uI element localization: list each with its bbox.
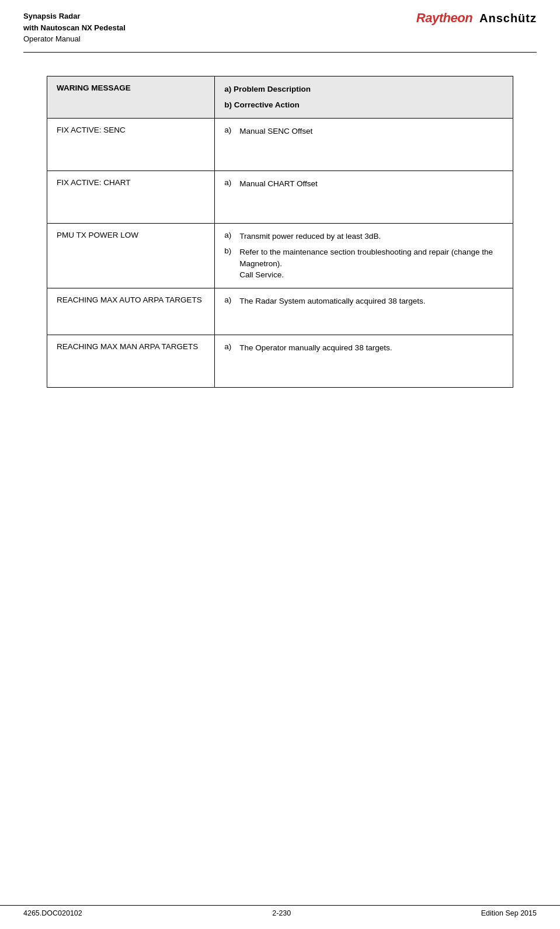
header-title-line1: Synapsis Radar xyxy=(23,11,126,22)
table-header-col2: a) Problem Description b) Corrective Act… xyxy=(215,76,513,118)
header-logo-area: Raytheon Anschütz xyxy=(416,11,537,26)
row-3-col2: a) The Radar System automatically acquir… xyxy=(215,288,513,335)
table-header-row: WARING MESSAGE a) Problem Description b)… xyxy=(47,76,513,118)
row-1-col1: FIX ACTIVE: CHART xyxy=(47,171,215,223)
footer-inner: 4265.DOC020102 2-230 Edition Sep 2015 xyxy=(23,906,537,917)
row-4-col1: REACHING MAX MAN ARPA TARGETS xyxy=(47,335,215,387)
warning-table: WARING MESSAGE a) Problem Description b)… xyxy=(47,76,513,388)
footer-edition: Edition Sep 2015 xyxy=(481,909,537,917)
table-row: FIX ACTIVE: CHART a) Manual CHART Offset xyxy=(47,171,513,223)
table-row: REACHING MAX AUTO ARPA TARGETS a) The Ra… xyxy=(47,288,513,335)
row-2-item-1: b) Refer to the maintenance section trou… xyxy=(224,246,503,281)
page-header: Synapsis Radar with Nautoscan NX Pedesta… xyxy=(0,0,560,45)
header-item-b: b) Corrective Action xyxy=(224,99,503,111)
footer-page-number: 2-230 xyxy=(272,909,291,917)
footer-doc-number: 4265.DOC020102 xyxy=(23,909,82,917)
header-title-line3: Operator Manual xyxy=(23,33,126,45)
row-2-col1: PMU TX POWER LOW xyxy=(47,223,215,288)
row-2-col2: a) Transmit power reduced by at least 3d… xyxy=(215,223,513,288)
page-footer: 4265.DOC020102 2-230 Edition Sep 2015 xyxy=(0,905,560,917)
row-3-item-0: a) The Radar System automatically acquir… xyxy=(224,295,503,307)
row-1-item-0: a) Manual CHART Offset xyxy=(224,178,503,190)
row-4-item-0: a) The Operator manually acquired 38 tar… xyxy=(224,342,503,354)
table-row: REACHING MAX MAN ARPA TARGETS a) The Ope… xyxy=(47,335,513,387)
header-item-a: a) Problem Description xyxy=(224,83,503,95)
main-content: WARING MESSAGE a) Problem Description b)… xyxy=(0,53,560,411)
anschutz-logo-text: Anschütz xyxy=(479,12,537,25)
row-2-item-1-text: Refer to the maintenance section trouble… xyxy=(239,246,503,281)
table-header-col1: WARING MESSAGE xyxy=(47,76,215,118)
page-container: Synapsis Radar with Nautoscan NX Pedesta… xyxy=(0,0,560,929)
row-0-col2: a) Manual SENC Offset xyxy=(215,118,513,171)
row-3-col1: REACHING MAX AUTO ARPA TARGETS xyxy=(47,288,215,335)
raytheon-logo: Raytheon Anschütz xyxy=(416,11,537,26)
row-0-col1: FIX ACTIVE: SENC xyxy=(47,118,215,171)
table-row: PMU TX POWER LOW a) Transmit power reduc… xyxy=(47,223,513,288)
header-title-block: Synapsis Radar with Nautoscan NX Pedesta… xyxy=(23,11,126,45)
row-0-item-0: a) Manual SENC Offset xyxy=(224,126,503,137)
header-title-line2: with Nautoscan NX Pedestal xyxy=(23,22,126,34)
row-2-item-0: a) Transmit power reduced by at least 3d… xyxy=(224,231,503,242)
raytheon-logo-text: Raytheon xyxy=(416,11,472,26)
table-row: FIX ACTIVE: SENC a) Manual SENC Offset xyxy=(47,118,513,171)
row-4-col2: a) The Operator manually acquired 38 tar… xyxy=(215,335,513,387)
row-1-col2: a) Manual CHART Offset xyxy=(215,171,513,223)
